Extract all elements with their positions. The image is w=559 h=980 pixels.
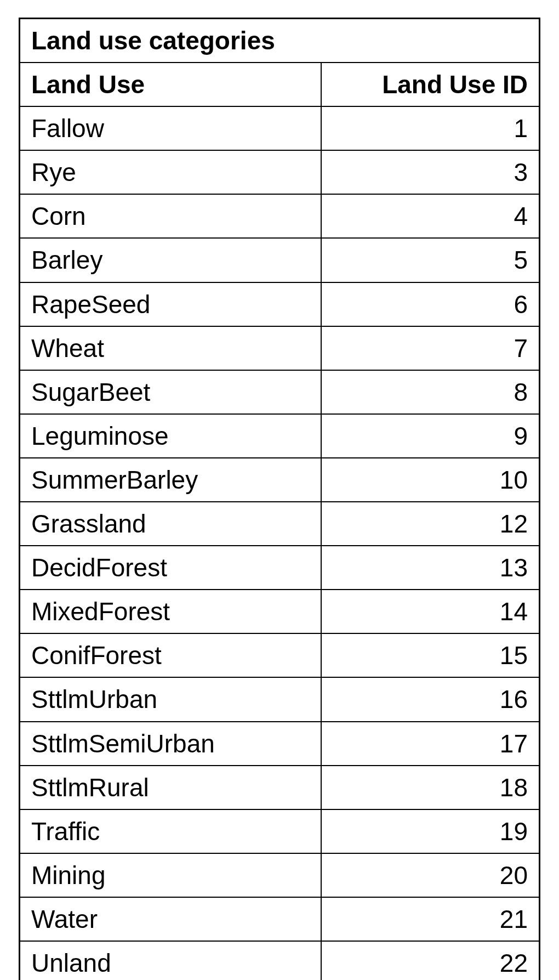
cell-land-use: Corn <box>20 194 321 238</box>
table-row: Leguminose9 <box>20 414 540 458</box>
cell-land-use-id: 18 <box>321 766 540 809</box>
cell-land-use: Grassland <box>20 502 321 546</box>
table-row: Rye3 <box>20 150 540 194</box>
column-header-land-use-id: Land Use ID <box>321 63 540 106</box>
cell-land-use: DecidForest <box>20 546 321 590</box>
cell-land-use: SummerBarley <box>20 458 321 502</box>
cell-land-use-id: 3 <box>321 150 540 194</box>
cell-land-use-id: 7 <box>321 326 540 370</box>
table-title-row: Land use categories <box>20 19 540 63</box>
land-use-table: Land use categories Land Use Land Use ID… <box>19 18 540 980</box>
cell-land-use-id: 19 <box>321 809 540 853</box>
cell-land-use: SttlmUrban <box>20 677 321 721</box>
cell-land-use: SttlmSemiUrban <box>20 722 321 766</box>
cell-land-use-id: 4 <box>321 194 540 238</box>
table-header-row: Land Use Land Use ID <box>20 63 540 106</box>
cell-land-use: Mining <box>20 853 321 897</box>
cell-land-use-id: 9 <box>321 414 540 458</box>
table-row: MixedForest14 <box>20 590 540 633</box>
cell-land-use-id: 17 <box>321 722 540 766</box>
cell-land-use-id: 1 <box>321 106 540 150</box>
table-title: Land use categories <box>20 19 540 63</box>
cell-land-use-id: 15 <box>321 633 540 677</box>
cell-land-use: Fallow <box>20 106 321 150</box>
cell-land-use-id: 16 <box>321 677 540 721</box>
cell-land-use: MixedForest <box>20 590 321 633</box>
table-row: SttlmRural18 <box>20 766 540 809</box>
cell-land-use-id: 21 <box>321 897 540 941</box>
table-row: Barley5 <box>20 238 540 282</box>
cell-land-use-id: 5 <box>321 238 540 282</box>
table-row: ConifForest15 <box>20 633 540 677</box>
cell-land-use: Water <box>20 897 321 941</box>
cell-land-use-id: 20 <box>321 853 540 897</box>
table-row: Water21 <box>20 897 540 941</box>
cell-land-use: SugarBeet <box>20 370 321 414</box>
cell-land-use: Wheat <box>20 326 321 370</box>
table-row: SugarBeet8 <box>20 370 540 414</box>
cell-land-use: Leguminose <box>20 414 321 458</box>
table-row: Traffic19 <box>20 809 540 853</box>
cell-land-use: Barley <box>20 238 321 282</box>
cell-land-use-id: 8 <box>321 370 540 414</box>
cell-land-use: Traffic <box>20 809 321 853</box>
cell-land-use-id: 13 <box>321 546 540 590</box>
table-row: SttlmSemiUrban17 <box>20 722 540 766</box>
table-row: Corn4 <box>20 194 540 238</box>
cell-land-use-id: 10 <box>321 458 540 502</box>
table-body: Land use categories Land Use Land Use ID… <box>20 19 540 981</box>
cell-land-use-id: 6 <box>321 282 540 326</box>
table-row: Grassland12 <box>20 502 540 546</box>
table-row: Wheat7 <box>20 326 540 370</box>
cell-land-use-id: 12 <box>321 502 540 546</box>
table-row: Fallow1 <box>20 106 540 150</box>
cell-land-use-id: 14 <box>321 590 540 633</box>
table-row: SttlmUrban16 <box>20 677 540 721</box>
column-header-land-use: Land Use <box>20 63 321 106</box>
cell-land-use: RapeSeed <box>20 282 321 326</box>
table-row: SummerBarley10 <box>20 458 540 502</box>
table-row: RapeSeed6 <box>20 282 540 326</box>
cell-land-use-id: 22 <box>321 941 540 980</box>
cell-land-use: Unland <box>20 941 321 980</box>
table-row: Unland22 <box>20 941 540 980</box>
table-row: DecidForest13 <box>20 546 540 590</box>
cell-land-use: Rye <box>20 150 321 194</box>
table-row: Mining20 <box>20 853 540 897</box>
cell-land-use: SttlmRural <box>20 766 321 809</box>
cell-land-use: ConifForest <box>20 633 321 677</box>
